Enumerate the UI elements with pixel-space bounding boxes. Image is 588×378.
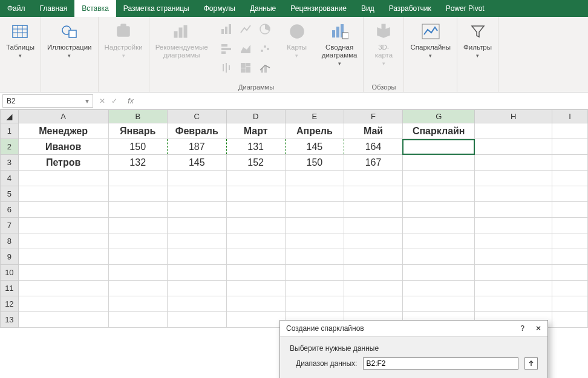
chart-stock-icon[interactable] — [218, 59, 235, 76]
cell-F2[interactable]: 164 — [344, 139, 403, 155]
cell-C6[interactable] — [167, 202, 226, 218]
row-header-13[interactable]: 13 — [1, 312, 19, 328]
cell-D5[interactable] — [226, 186, 285, 202]
cell-F11[interactable] — [344, 281, 403, 296]
cell-I12[interactable] — [552, 296, 587, 312]
row-header-12[interactable]: 12 — [1, 296, 19, 312]
cell-I2[interactable] — [552, 139, 587, 155]
cell-G12[interactable] — [402, 296, 475, 312]
cell-B3[interactable]: 132 — [108, 155, 167, 171]
row-header-6[interactable]: 6 — [1, 202, 19, 218]
dialog-titlebar[interactable]: Создание спарклайнов ? ✕ — [280, 321, 547, 337]
filters-button[interactable]: Фильтры ▾ — [462, 21, 493, 60]
chart-bar-icon[interactable] — [218, 40, 235, 57]
cell-G9[interactable] — [402, 249, 475, 265]
cell-D6[interactable] — [226, 202, 285, 218]
menu-data[interactable]: Данные — [243, 0, 283, 17]
cell-E5[interactable] — [285, 186, 344, 202]
row-header-10[interactable]: 10 — [1, 265, 19, 281]
cell-B11[interactable] — [108, 281, 167, 296]
cell-B2[interactable]: 150 — [108, 139, 167, 155]
cell-H11[interactable] — [475, 281, 552, 296]
formula-input[interactable] — [144, 94, 586, 108]
cell-C7[interactable] — [167, 218, 226, 233]
cell-F5[interactable] — [344, 186, 403, 202]
cell-E1[interactable]: Апрель — [285, 123, 344, 139]
cell-F12[interactable] — [344, 296, 403, 312]
chart-line-icon[interactable] — [237, 21, 254, 37]
cell-G10[interactable] — [402, 265, 475, 281]
cell-G11[interactable] — [402, 281, 475, 296]
cell-I7[interactable] — [552, 218, 587, 233]
cell-B6[interactable] — [108, 202, 167, 218]
cell-H1[interactable] — [475, 123, 552, 139]
row-header-2[interactable]: 2 — [1, 139, 19, 155]
cell-I4[interactable] — [552, 171, 587, 186]
dialog-help-icon[interactable]: ? — [520, 324, 524, 333]
cell-F4[interactable] — [344, 171, 403, 186]
row-header-1[interactable]: 1 — [1, 123, 19, 139]
cell-G1[interactable]: Спарклайн — [402, 123, 475, 139]
cell-H7[interactable] — [475, 218, 552, 233]
recommended-charts-button[interactable]: Рекомендуемые диаграммы — [154, 21, 209, 60]
row-header-3[interactable]: 3 — [1, 155, 19, 171]
cell-G5[interactable] — [402, 186, 475, 202]
cell-A7[interactable] — [18, 218, 108, 233]
cell-F8[interactable] — [344, 233, 403, 249]
cell-H12[interactable] — [475, 296, 552, 312]
cell-E10[interactable] — [285, 265, 344, 281]
row-header-4[interactable]: 4 — [1, 171, 19, 186]
formula-accept-icon[interactable]: ✓ — [111, 97, 117, 105]
cell-G7[interactable] — [402, 218, 475, 233]
chart-pie-icon[interactable] — [256, 21, 273, 37]
cell-C2[interactable]: 187 — [167, 139, 226, 155]
cell-E2[interactable]: 145 — [285, 139, 344, 155]
cell-E7[interactable] — [285, 218, 344, 233]
cell-I8[interactable] — [552, 233, 587, 249]
cell-D12[interactable] — [226, 296, 285, 312]
cell-B9[interactable] — [108, 249, 167, 265]
cell-F1[interactable]: Май — [344, 123, 403, 139]
cell-H4[interactable] — [475, 171, 552, 186]
tables-button[interactable]: Таблицы ▾ — [5, 21, 36, 60]
cell-C4[interactable] — [167, 171, 226, 186]
cell-D7[interactable] — [226, 218, 285, 233]
fx-icon[interactable]: fx — [123, 97, 138, 105]
cell-H5[interactable] — [475, 186, 552, 202]
menu-insert[interactable]: Вставка — [74, 0, 116, 17]
illustrations-button[interactable]: Иллюстрации ▾ — [46, 21, 93, 60]
dialog-close-icon[interactable]: ✕ — [535, 324, 541, 333]
row-header-8[interactable]: 8 — [1, 233, 19, 249]
row-header-7[interactable]: 7 — [1, 218, 19, 233]
cell-C11[interactable] — [167, 281, 226, 296]
col-header-B[interactable]: B — [108, 110, 167, 123]
pivot-chart-button[interactable]: Сводная диаграмма ▾ — [321, 21, 359, 68]
cell-D13[interactable] — [226, 312, 285, 328]
cell-C3[interactable]: 145 — [167, 155, 226, 171]
cell-A2[interactable]: Иванов — [18, 139, 108, 155]
cell-I9[interactable] — [552, 249, 587, 265]
cell-E12[interactable] — [285, 296, 344, 312]
cell-I11[interactable] — [552, 281, 587, 296]
name-box[interactable]: B2 ▾ — [2, 94, 93, 108]
col-header-I[interactable]: I — [552, 110, 587, 123]
menu-review[interactable]: Рецензирование — [283, 0, 354, 17]
cell-F3[interactable]: 167 — [344, 155, 403, 171]
cell-G8[interactable] — [402, 233, 475, 249]
cell-B8[interactable] — [108, 233, 167, 249]
cell-E9[interactable] — [285, 249, 344, 265]
cell-I5[interactable] — [552, 186, 587, 202]
cell-I6[interactable] — [552, 202, 587, 218]
cell-A11[interactable] — [18, 281, 108, 296]
chart-area-icon[interactable] — [237, 40, 254, 57]
cell-B10[interactable] — [108, 265, 167, 281]
cell-C8[interactable] — [167, 233, 226, 249]
cell-D11[interactable] — [226, 281, 285, 296]
menu-formulas[interactable]: Формулы — [197, 0, 243, 17]
cell-A13[interactable] — [18, 312, 108, 328]
cell-I1[interactable] — [552, 123, 587, 139]
cell-C1[interactable]: Февраль — [167, 123, 226, 139]
cell-C13[interactable] — [167, 312, 226, 328]
cell-D1[interactable]: Март — [226, 123, 285, 139]
cell-G3[interactable] — [402, 155, 475, 171]
